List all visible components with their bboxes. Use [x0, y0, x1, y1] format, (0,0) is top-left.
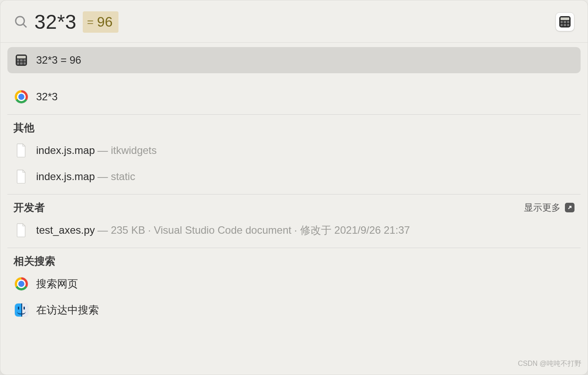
- arrow-out-icon: [565, 203, 574, 212]
- svg-point-0: [16, 17, 24, 25]
- search-icon: [14, 14, 28, 29]
- result-calculator[interactable]: 32*3 = 96: [7, 47, 581, 73]
- file-name: test_axes.py: [36, 224, 95, 236]
- finder-icon: [14, 303, 28, 317]
- file-name: index.js.map: [36, 170, 95, 183]
- file-icon: [14, 170, 28, 184]
- result-search-web[interactable]: 搜索网页: [7, 271, 581, 297]
- section-related: 搜索网页 在访达中搜索: [0, 271, 588, 323]
- calc-result-value: 96: [97, 14, 113, 30]
- file-icon: [14, 223, 28, 237]
- result-text: 在访达中搜索: [36, 303, 99, 317]
- section-header-other: 其他: [0, 119, 588, 137]
- file-meta: — itkwidgets: [98, 144, 157, 157]
- section-title: 开发者: [14, 201, 45, 215]
- search-input[interactable]: 32*3: [34, 10, 77, 34]
- result-web-search[interactable]: 32*3: [7, 84, 581, 110]
- chrome-icon: [14, 90, 28, 104]
- file-meta: — 235 KB · Visual Studio Code document ·…: [98, 223, 410, 237]
- watermark: CSDN @吨吨不打野: [518, 359, 581, 368]
- section-developer: test_axes.py — 235 KB · Visual Studio Co…: [0, 217, 588, 243]
- section-header-related: 相关搜索: [0, 252, 588, 271]
- search-bar: 32*3 = 96: [0, 0, 588, 39]
- result-file[interactable]: index.js.map — static: [7, 164, 581, 190]
- svg-line-1: [24, 24, 27, 27]
- show-more-label: 显示更多: [524, 201, 561, 214]
- calculator-icon: [14, 53, 28, 67]
- result-text: 搜索网页: [36, 277, 78, 291]
- result-text: 32*3: [36, 91, 57, 103]
- show-more-button[interactable]: 显示更多: [524, 201, 574, 214]
- calculator-app-chip[interactable]: [555, 12, 574, 31]
- file-meta: — static: [98, 170, 135, 183]
- spotlight-window: 32*3 = 96 32*3 = 96 32*3: [0, 0, 588, 375]
- section-title: 相关搜索: [14, 254, 55, 268]
- calculator-icon: [559, 16, 571, 27]
- divider: [7, 248, 581, 248]
- result-search-finder[interactable]: 在访达中搜索: [7, 297, 581, 323]
- chrome-icon: [14, 277, 28, 291]
- section-title: 其他: [14, 121, 34, 135]
- file-name: index.js.map: [36, 144, 95, 157]
- divider: [7, 114, 581, 115]
- result-file[interactable]: index.js.map — itkwidgets: [7, 137, 581, 164]
- top-hit-section: 32*3 = 96: [0, 43, 588, 73]
- result-file[interactable]: test_axes.py — 235 KB · Visual Studio Co…: [7, 217, 581, 243]
- calc-result-pill: = 96: [83, 11, 119, 33]
- file-icon: [14, 143, 28, 157]
- equals-sign: =: [87, 15, 94, 29]
- section-header-developer: 开发者 显示更多: [0, 199, 588, 217]
- divider: [7, 194, 581, 194]
- section-other: index.js.map — itkwidgets index.js.map —…: [0, 137, 588, 190]
- result-text: 32*3 = 96: [36, 54, 81, 66]
- web-hit-section: 32*3: [0, 73, 588, 110]
